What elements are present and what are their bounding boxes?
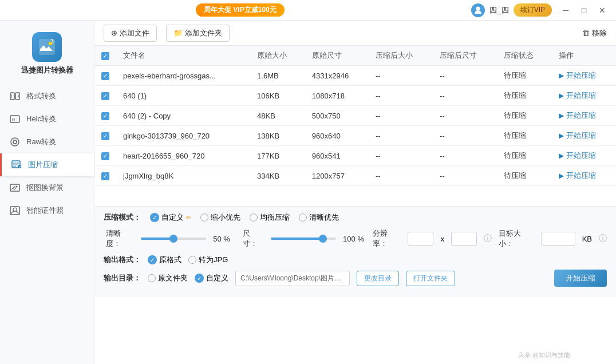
row-start-btn[interactable]: ▶ 开始压缩 — [559, 130, 609, 141]
sidebar-item-idphoto[interactable]: 智能证件照 — [0, 199, 94, 222]
clarity-value: 50 % — [213, 235, 236, 243]
add-folder-button[interactable]: 📁 添加文件夹 — [166, 25, 230, 42]
vip-button[interactable]: 续订VIP — [514, 3, 552, 17]
row-filename: heart-2016655_960_720 — [116, 146, 250, 166]
open-folder-button[interactable]: 打开文件夹 — [406, 271, 455, 286]
sidebar-item-label: Raw转换 — [26, 137, 56, 147]
mode-balanced-radio[interactable] — [250, 213, 258, 221]
sidebar-item-label: 格式转换 — [26, 91, 56, 101]
row-orig-size: 334KB — [250, 166, 305, 186]
add-file-icon: ⊕ — [111, 29, 117, 37]
row-status: 待压缩 — [497, 106, 552, 126]
row-comp-dim: -- — [433, 66, 497, 86]
size-value: 100 % — [343, 235, 366, 243]
mode-balanced[interactable]: 均衡压缩 — [250, 212, 290, 223]
row-filename: 640 (2) - Copy — [116, 106, 250, 126]
play-icon: ▶ — [559, 152, 564, 160]
user-area: 四_四 续订VIP — [471, 3, 552, 17]
app-logo: 迅捷图片转换器 — [0, 25, 94, 85]
sidebar-item-label: Heic转换 — [26, 114, 56, 124]
format-jpg[interactable]: 转为JPG — [188, 255, 228, 265]
row-status: 待压缩 — [497, 166, 552, 186]
target-size-label: 目标大小： — [499, 228, 534, 249]
select-all-checkbox[interactable]: ✓ — [101, 52, 109, 60]
mode-clear[interactable]: 清晰优先 — [299, 212, 339, 223]
row-status: 待压缩 — [497, 66, 552, 86]
row-status: 待压缩 — [497, 126, 552, 146]
minimize-button[interactable]: ─ — [559, 3, 572, 17]
mode-clear-radio[interactable] — [299, 213, 307, 221]
row-start-btn[interactable]: ▶ 开始压缩 — [559, 171, 609, 181]
row-checkbox[interactable]: ✓ — [101, 132, 109, 140]
sidebar-item-heic[interactable]: H Heic转换 — [0, 108, 94, 130]
row-start-btn[interactable]: ▶ 开始压缩 — [559, 90, 609, 101]
mode-custom-radio[interactable]: ✓ — [150, 213, 159, 222]
close-button[interactable]: ✕ — [595, 3, 609, 17]
table-row: ✓ heart-2016655_960_720 177KB 960x541 --… — [94, 146, 616, 166]
format-icon — [9, 90, 21, 102]
output-format-label: 输出格式： — [104, 255, 141, 265]
size-slider[interactable] — [271, 238, 336, 240]
svg-point-2 — [49, 42, 52, 45]
row-filename: jJgmXlrg_bq8K — [116, 166, 250, 186]
row-checkbox[interactable]: ✓ — [101, 72, 109, 80]
row-start-btn[interactable]: ▶ 开始压缩 — [559, 110, 609, 121]
add-file-button[interactable]: ⊕ 添加文件 — [104, 25, 157, 42]
dir-original-radio[interactable] — [148, 274, 156, 282]
dir-original[interactable]: 原文件夹 — [148, 273, 188, 283]
custom-pencil-icon: ✏ — [186, 214, 191, 221]
dir-custom-radio[interactable]: ✓ — [195, 274, 204, 283]
row-orig-dim: 960x541 — [305, 146, 369, 166]
content-area: ⊕ 添加文件 📁 添加文件夹 🗑 移除 — [94, 21, 616, 364]
svg-point-8 — [13, 140, 17, 144]
promo-banner[interactable]: 周年大促 VIP立减100元 — [196, 3, 285, 17]
add-folder-icon: 📁 — [173, 29, 183, 37]
dir-custom[interactable]: ✓ 自定义 — [195, 273, 228, 283]
row-checkbox[interactable]: ✓ — [101, 152, 109, 160]
sidebar-item-label: 抠图换背景 — [26, 183, 64, 193]
mode-small[interactable]: 缩小优先 — [200, 212, 240, 223]
start-compress-button[interactable]: 开始压缩 — [554, 270, 607, 287]
file-table-container[interactable]: ✓ 文件名 原始大小 原始尺寸 压缩后大小 压缩后尺寸 压缩状态 操作 ✓ — [94, 46, 616, 206]
maximize-button[interactable]: □ — [577, 3, 591, 17]
row-orig-size: 1.6MB — [250, 66, 305, 86]
output-format-row: 输出格式： ✓ 原格式 转为JPG — [104, 255, 607, 265]
row-checkbox[interactable]: ✓ — [101, 172, 109, 180]
resolution-info-icon: ⓘ — [484, 234, 492, 244]
table-row: ✓ 640 (1) 106KB 1080x718 -- -- 待压缩 ▶ 开始压… — [94, 86, 616, 106]
row-checkbox[interactable]: ✓ — [101, 112, 109, 120]
format-original[interactable]: ✓ 原格式 — [148, 255, 181, 265]
remove-button[interactable]: 🗑 移除 — [582, 28, 607, 38]
clarity-thumb[interactable] — [169, 235, 177, 243]
row-checkbox[interactable]: ✓ — [101, 92, 109, 100]
sidebar-item-format[interactable]: 格式转换 — [0, 85, 94, 108]
row-start-btn[interactable]: ▶ 开始压缩 — [559, 151, 609, 161]
size-thumb[interactable] — [319, 235, 327, 243]
format-jpg-radio[interactable] — [188, 256, 196, 264]
svg-point-7 — [11, 138, 19, 146]
change-dir-button[interactable]: 更改目录 — [357, 271, 399, 286]
table-row: ✓ jJgmXlrg_bq8K 334KB 1200x757 -- -- 待压缩… — [94, 166, 616, 186]
row-filename: pexels-eberhard-grossgas... — [116, 66, 250, 86]
app-name: 迅捷图片转换器 — [21, 65, 73, 76]
sidebar-item-raw[interactable]: Raw转换 — [0, 130, 94, 153]
row-comp-size: -- — [369, 106, 433, 126]
svg-text:H: H — [12, 118, 15, 122]
clarity-slider[interactable] — [141, 238, 206, 240]
sidebar-item-background[interactable]: 抠图换背景 — [0, 176, 94, 199]
resolution-w-input[interactable] — [408, 232, 433, 246]
sidebar-item-compress[interactable]: 图片压缩 — [0, 153, 94, 176]
mode-small-radio[interactable] — [200, 213, 208, 221]
mode-custom[interactable]: ✓ 自定义 ✏ — [150, 212, 191, 223]
resolution-x: x — [440, 235, 444, 243]
watermark: 头条 @知识与技能 — [518, 351, 570, 359]
resolution-h-input[interactable] — [451, 232, 477, 246]
format-original-radio[interactable]: ✓ — [148, 255, 157, 264]
target-size-info-icon: ⓘ — [599, 234, 607, 244]
dir-original-label: 原文件夹 — [158, 273, 188, 283]
table-row: ✓ ginkgo-3013739_960_720 138KB 960x640 -… — [94, 126, 616, 146]
row-start-btn[interactable]: ▶ 开始压缩 — [559, 70, 609, 81]
row-comp-dim: -- — [433, 126, 497, 146]
target-size-input[interactable] — [541, 232, 575, 246]
svg-point-0 — [476, 6, 480, 10]
